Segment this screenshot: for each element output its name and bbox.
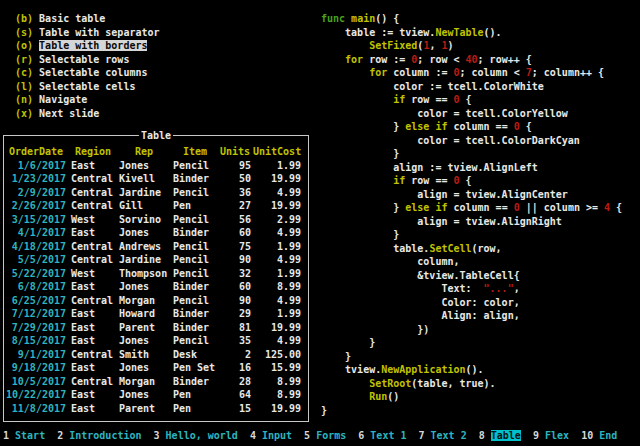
table-row: 10/5/2017CentralMorganBinder288.99	[4, 375, 308, 389]
code-line: align = tview.AlignRight	[321, 215, 622, 229]
slide-number: 10	[581, 430, 599, 441]
slide-tab-hello-world[interactable]: 3 Hello, world	[154, 430, 238, 441]
code-line: column,	[321, 255, 622, 269]
table-cell: Andrews	[119, 240, 169, 254]
table-cell: Pen Set	[173, 361, 217, 375]
menu-item-label: Selectable rows	[39, 54, 129, 65]
menu-item-key: (o)	[15, 40, 39, 51]
table-cell: Jones	[119, 226, 169, 240]
table-cell: Pencil	[173, 267, 217, 281]
slide-tab-input[interactable]: 4 Input	[250, 430, 292, 441]
menu-item-label: Selectable cells	[39, 81, 135, 92]
table-cell: Jones	[119, 280, 169, 294]
table-cell: Central	[71, 375, 115, 389]
menu-item-next-slide[interactable]: (x) Next slide	[15, 107, 160, 121]
code-token: color = tcell.ColorYellow	[321, 108, 568, 119]
table-cell: East	[71, 402, 115, 416]
table-cell: 90	[219, 253, 251, 267]
column-header: Item	[173, 145, 217, 159]
table-cell: 60	[219, 280, 251, 294]
slide-label: Table	[491, 430, 521, 441]
table-cell: Binder	[173, 172, 217, 186]
slide-tab-introduction[interactable]: 2 Introduction	[57, 430, 141, 441]
code-line: Run()	[321, 390, 622, 404]
slide-label: Input	[262, 430, 292, 441]
menu-item-basic-table[interactable]: (b) Basic table	[15, 12, 160, 26]
code-line: color = tcell.ColorYellow	[321, 107, 622, 121]
menu-item-key: (n)	[15, 94, 39, 105]
code-token: color := tcell.ColorWhite	[321, 81, 544, 92]
table-cell: 125.00	[253, 348, 301, 362]
slide-label: Text 2	[431, 430, 467, 441]
slide-tab-forms[interactable]: 5 Forms	[304, 430, 346, 441]
code-token: || column >=	[520, 202, 604, 213]
table-cell: 95	[219, 159, 251, 173]
slide-label: End	[599, 430, 617, 441]
table-row: 11/8/2017EastParentPen1519.99	[4, 402, 308, 416]
code-line: if row == 0 {	[321, 174, 622, 188]
code-token: SetFixed	[369, 40, 417, 51]
code-token: }	[321, 351, 351, 362]
table-cell: Central	[71, 199, 115, 213]
slide-status-bar: 1 Start 2 Introduction 3 Hello, world 4 …	[3, 429, 640, 443]
code-token: column :=	[393, 67, 453, 78]
table-cell: 10/22/2017	[6, 388, 66, 402]
table-cell: West	[71, 267, 115, 281]
menu-item-selectable-columns[interactable]: (c) Selectable columns	[15, 66, 160, 80]
slide-tab-table[interactable]: 8 Table	[479, 430, 521, 441]
table-row: 6/25/2017CentralMorganPencil904.99	[4, 294, 308, 308]
table-cell: 15	[219, 402, 251, 416]
code-line: }	[321, 404, 622, 418]
code-token: (table, true).	[411, 378, 495, 389]
table-row: 5/22/2017WestThompsonPencil321.99	[4, 267, 308, 281]
code-token: }	[321, 229, 399, 240]
table-cell: 4.99	[253, 186, 301, 200]
slide-tab-text-2[interactable]: 7 Text 2	[419, 430, 467, 441]
table-cell: 4.99	[253, 294, 301, 308]
table-cell: 56	[219, 213, 251, 227]
table-row: 9/18/2017EastJonesPen Set1615.99	[4, 361, 308, 375]
code-token: ; column <	[460, 67, 526, 78]
slide-tab-start[interactable]: 1 Start	[3, 430, 45, 441]
table-cell: 27	[219, 199, 251, 213]
menu-item-key: (x)	[15, 108, 39, 119]
table-cell: 90	[219, 294, 251, 308]
menu-item-navigate[interactable]: (n) Navigate	[15, 93, 160, 107]
table-cell: Pencil	[173, 253, 217, 267]
slide-tab-end[interactable]: 10 End	[581, 430, 617, 441]
menu-item-selectable-rows[interactable]: (r) Selectable rows	[15, 53, 160, 67]
code-line: })	[321, 323, 622, 337]
table-cell: 8/15/2017	[6, 334, 66, 348]
code-line: func main() {	[321, 12, 622, 26]
table-cell: Thompson	[119, 267, 169, 281]
slide-tab-flex[interactable]: 9 Flex	[533, 430, 569, 441]
code-token: func	[321, 13, 351, 24]
menu-item-table-with-separator[interactable]: (s) Table with separator	[15, 26, 160, 40]
slide-tab-text-1[interactable]: 6 Text 1	[358, 430, 406, 441]
table-cell: 2/26/2017	[6, 199, 66, 213]
code-token: Run	[369, 391, 387, 402]
code-token: align = tview.AlignRight	[321, 216, 562, 227]
code-token: if	[393, 175, 411, 186]
table-cell: 28	[219, 375, 251, 389]
table-cell: 1.99	[253, 159, 301, 173]
menu-item-table-with-borders[interactable]: (o) Table with borders	[15, 39, 160, 53]
code-token	[321, 94, 393, 105]
table-cell: Central	[71, 348, 115, 362]
table-cell: 7/29/2017	[6, 321, 66, 335]
code-token: {	[460, 175, 472, 186]
code-token: }	[321, 337, 375, 348]
table-cell: 1.99	[253, 240, 301, 254]
column-header: OrderDate	[6, 145, 66, 159]
menu-item-selectable-cells[interactable]: (l) Selectable cells	[15, 80, 160, 94]
table-cell: 4.99	[253, 253, 301, 267]
code-line: align := tview.AlignLeft	[321, 161, 622, 175]
table-cell: Binder	[173, 226, 217, 240]
table-cell: Pencil	[173, 294, 217, 308]
table-cell: Pen	[173, 199, 217, 213]
code-token: NewApplication	[381, 364, 465, 375]
code-token: ().	[484, 27, 502, 38]
table-cell: East	[71, 307, 115, 321]
table-cell: 10/5/2017	[6, 375, 66, 389]
code-token: {	[610, 202, 622, 213]
